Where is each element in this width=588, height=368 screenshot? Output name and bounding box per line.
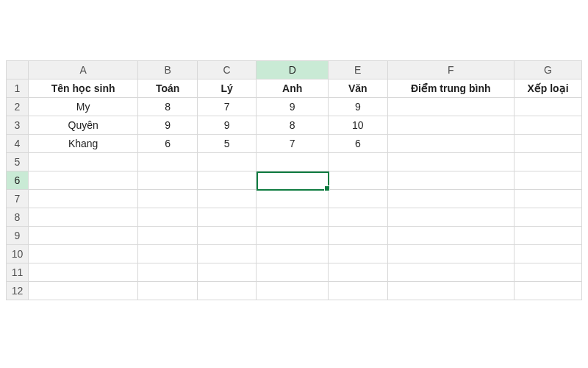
column-header-A[interactable]: A	[28, 61, 137, 79]
cell-D4[interactable]: 7	[257, 135, 329, 153]
cell-E7[interactable]	[329, 190, 387, 208]
cell-G12[interactable]	[514, 282, 581, 300]
cell-D11[interactable]	[257, 263, 329, 282]
cell-B12[interactable]	[138, 282, 197, 300]
row-header-3[interactable]: 3	[7, 116, 29, 135]
cell-A1[interactable]: Tên học sinh	[28, 79, 137, 98]
cell-E9[interactable]	[329, 227, 387, 245]
cell-C6[interactable]	[197, 171, 256, 190]
cell-E11[interactable]	[329, 263, 387, 282]
row-header-4[interactable]: 4	[7, 135, 29, 153]
cell-B10[interactable]	[138, 245, 197, 263]
column-header-E[interactable]: E	[329, 61, 387, 79]
cell-D5[interactable]	[257, 153, 329, 171]
cell-E4[interactable]: 6	[329, 135, 387, 153]
cell-B9[interactable]	[138, 227, 197, 245]
cell-C4[interactable]: 5	[197, 135, 256, 153]
cell-C9[interactable]	[197, 227, 256, 245]
cell-G10[interactable]	[514, 245, 581, 263]
cell-C10[interactable]	[197, 245, 256, 263]
cell-G4[interactable]	[514, 135, 581, 153]
cell-A11[interactable]	[28, 263, 137, 282]
cell-D9[interactable]	[257, 227, 329, 245]
cell-B11[interactable]	[138, 263, 197, 282]
cell-G1[interactable]: Xếp loại	[514, 79, 581, 98]
cell-E2[interactable]: 9	[329, 98, 387, 116]
cell-B4[interactable]: 6	[138, 135, 197, 153]
cell-G7[interactable]	[514, 190, 581, 208]
row-header-10[interactable]: 10	[7, 245, 29, 263]
cell-A5[interactable]	[28, 153, 137, 171]
cell-F12[interactable]	[387, 282, 514, 300]
cell-F7[interactable]	[387, 190, 514, 208]
cell-D7[interactable]	[257, 190, 329, 208]
cell-C11[interactable]	[197, 263, 256, 282]
row-header-7[interactable]: 7	[7, 190, 29, 208]
cell-E3[interactable]: 10	[329, 116, 387, 135]
select-all-corner[interactable]	[7, 61, 29, 79]
cell-A10[interactable]	[28, 245, 137, 263]
cell-B3[interactable]: 9	[138, 116, 197, 135]
cell-A6[interactable]	[28, 171, 137, 190]
cell-F4[interactable]	[387, 135, 514, 153]
column-header-B[interactable]: B	[138, 61, 197, 79]
row-header-5[interactable]: 5	[7, 153, 29, 171]
cell-A3[interactable]: Quyên	[28, 116, 137, 135]
cell-G2[interactable]	[514, 98, 581, 116]
cell-G8[interactable]	[514, 208, 581, 227]
cell-C12[interactable]	[197, 282, 256, 300]
spreadsheet-grid[interactable]: ABCDEFG1Tên học sinhToánLýAnhVănĐiểm tru…	[6, 60, 582, 300]
row-header-12[interactable]: 12	[7, 282, 29, 300]
row-header-11[interactable]: 11	[7, 263, 29, 282]
cell-C5[interactable]	[197, 153, 256, 171]
cell-B1[interactable]: Toán	[138, 79, 197, 98]
cell-D10[interactable]	[257, 245, 329, 263]
cell-C2[interactable]: 7	[197, 98, 256, 116]
cell-C1[interactable]: Lý	[197, 79, 256, 98]
cell-G5[interactable]	[514, 153, 581, 171]
cell-F11[interactable]	[387, 263, 514, 282]
cell-B7[interactable]	[138, 190, 197, 208]
cell-G9[interactable]	[514, 227, 581, 245]
cell-B8[interactable]	[138, 208, 197, 227]
column-header-G[interactable]: G	[514, 61, 581, 79]
cell-B6[interactable]	[138, 171, 197, 190]
cell-F5[interactable]	[387, 153, 514, 171]
cell-A9[interactable]	[28, 227, 137, 245]
cell-E8[interactable]	[329, 208, 387, 227]
cell-F1[interactable]: Điểm trung bình	[387, 79, 514, 98]
cell-A4[interactable]: Khang	[28, 135, 137, 153]
cell-F3[interactable]	[387, 116, 514, 135]
cell-C8[interactable]	[197, 208, 256, 227]
column-header-C[interactable]: C	[197, 61, 256, 79]
cell-A2[interactable]: My	[28, 98, 137, 116]
cell-G3[interactable]	[514, 116, 581, 135]
cell-D2[interactable]: 9	[257, 98, 329, 116]
cell-F9[interactable]	[387, 227, 514, 245]
cell-B5[interactable]	[138, 153, 197, 171]
column-header-F[interactable]: F	[387, 61, 514, 79]
cell-A7[interactable]	[28, 190, 137, 208]
cell-E10[interactable]	[329, 245, 387, 263]
cell-F10[interactable]	[387, 245, 514, 263]
row-header-9[interactable]: 9	[7, 227, 29, 245]
column-header-D[interactable]: D	[257, 61, 329, 79]
cell-D3[interactable]: 8	[257, 116, 329, 135]
cell-D12[interactable]	[257, 282, 329, 300]
cell-F6[interactable]	[387, 171, 514, 190]
cell-G6[interactable]	[514, 171, 581, 190]
row-header-1[interactable]: 1	[7, 79, 29, 98]
cell-G11[interactable]	[514, 263, 581, 282]
cell-E5[interactable]	[329, 153, 387, 171]
cell-E1[interactable]: Văn	[329, 79, 387, 98]
cell-E12[interactable]	[329, 282, 387, 300]
cell-A8[interactable]	[28, 208, 137, 227]
cell-A12[interactable]	[28, 282, 137, 300]
cell-F8[interactable]	[387, 208, 514, 227]
row-header-2[interactable]: 2	[7, 98, 29, 116]
cell-E6[interactable]	[329, 171, 387, 190]
cell-D8[interactable]	[257, 208, 329, 227]
cell-D6[interactable]	[257, 171, 329, 190]
cell-C3[interactable]: 9	[197, 116, 256, 135]
row-header-6[interactable]: 6	[7, 171, 29, 190]
